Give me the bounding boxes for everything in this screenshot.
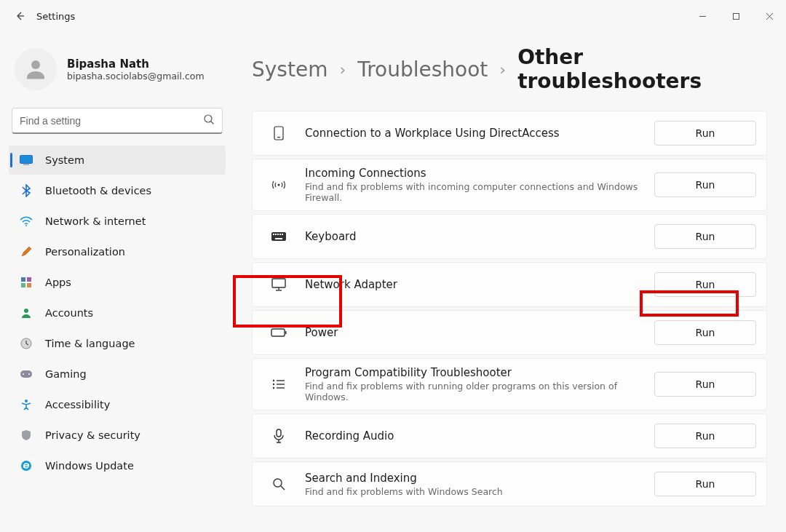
svg-point-23 — [278, 184, 280, 186]
run-button[interactable]: Run — [654, 424, 756, 448]
svg-rect-35 — [285, 331, 287, 334]
sidebar-item-label: Accessibility — [45, 399, 110, 410]
breadcrumb-current: Other troubleshooters — [517, 45, 767, 93]
svg-point-17 — [23, 373, 24, 375]
breadcrumb: System › Troubleshoot › Other troublesho… — [252, 45, 767, 93]
breadcrumb-mid[interactable]: Troubleshoot — [357, 57, 488, 82]
window-controls — [686, 4, 786, 28]
card-title: Keyboard — [305, 230, 654, 243]
run-button[interactable]: Run — [654, 172, 756, 197]
run-button[interactable]: Run — [654, 121, 756, 146]
app-body: Bipasha Nath bipasha.sociolabs@gmail.com… — [0, 32, 786, 532]
troubleshooter-recording-audio: Recording Audio Run — [252, 413, 767, 458]
svg-rect-26 — [275, 234, 277, 235]
run-button[interactable]: Run — [654, 372, 756, 397]
sidebar-item-label: Apps — [45, 277, 71, 288]
troubleshooter-list: Connection to a Workplace Using DirectAc… — [252, 111, 767, 507]
svg-point-36 — [273, 380, 274, 381]
sidebar-item-privacy[interactable]: Privacy & security — [9, 421, 226, 450]
search-input[interactable] — [20, 115, 203, 127]
monitor-icon — [269, 274, 289, 295]
svg-rect-29 — [282, 234, 283, 235]
sidebar-item-apps[interactable]: Apps — [9, 268, 226, 297]
apps-icon — [19, 275, 33, 290]
battery-icon — [269, 322, 289, 343]
sidebar-item-gaming[interactable]: Gaming — [9, 360, 226, 389]
run-button[interactable]: Run — [654, 272, 756, 297]
troubleshooter-compatibility: Program Compatibility Troubleshooter Fin… — [252, 358, 767, 410]
sidebar-item-accounts[interactable]: Accounts — [9, 298, 226, 327]
sidebar-item-network[interactable]: Network & internet — [9, 207, 226, 236]
svg-rect-12 — [21, 283, 25, 287]
svg-rect-34 — [271, 329, 285, 336]
troubleshooter-keyboard: Keyboard Run — [252, 214, 767, 259]
sidebar-item-time[interactable]: Time & language — [9, 329, 226, 358]
sidebar-item-label: Time & language — [45, 338, 135, 349]
run-button[interactable]: Run — [654, 224, 756, 249]
avatar — [15, 48, 57, 90]
troubleshooter-network-adapter: Network Adapter Run — [252, 262, 767, 307]
nav-list: System Bluetooth & devices Network & int… — [9, 146, 226, 480]
svg-rect-22 — [277, 137, 280, 138]
sidebar-item-personalization[interactable]: Personalization — [9, 237, 226, 266]
maximize-button[interactable] — [719, 4, 753, 28]
chevron-right-icon: › — [499, 60, 506, 79]
svg-rect-10 — [21, 277, 25, 282]
accessibility-icon — [19, 397, 33, 412]
bluetooth-icon — [19, 183, 33, 198]
sidebar-item-label: Windows Update — [45, 460, 134, 472]
svg-rect-31 — [272, 279, 285, 287]
search-icon — [269, 474, 289, 494]
sidebar-item-label: Personalization — [45, 246, 125, 258]
microphone-icon — [269, 426, 289, 446]
svg-rect-16 — [20, 370, 32, 378]
svg-rect-1 — [733, 13, 739, 19]
back-button[interactable] — [7, 4, 32, 28]
antenna-icon — [269, 175, 289, 195]
troubleshooter-directaccess: Connection to a Workplace Using DirectAc… — [252, 111, 767, 156]
card-subtitle: Find and fix problems with incoming comp… — [305, 181, 654, 203]
svg-line-44 — [281, 486, 285, 490]
profile-name: Bipasha Nath — [67, 57, 205, 71]
svg-point-14 — [24, 309, 28, 313]
profile-block[interactable]: Bipasha Nath bipasha.sociolabs@gmail.com — [9, 41, 226, 103]
sidebar-item-bluetooth[interactable]: Bluetooth & devices — [9, 176, 226, 205]
svg-point-5 — [205, 115, 212, 122]
sidebar-item-label: Gaming — [45, 368, 87, 380]
briefcase-icon — [269, 123, 289, 143]
svg-rect-27 — [277, 234, 279, 235]
svg-point-18 — [28, 373, 30, 375]
sidebar-item-update[interactable]: Windows Update — [9, 451, 226, 480]
update-icon — [19, 458, 33, 473]
sidebar-item-accessibility[interactable]: Accessibility — [9, 390, 226, 419]
svg-line-6 — [211, 122, 214, 124]
run-button[interactable]: Run — [654, 320, 756, 345]
brush-icon — [19, 245, 33, 259]
sidebar-item-label: Bluetooth & devices — [45, 185, 151, 196]
sidebar-item-system[interactable]: System — [9, 146, 226, 175]
shield-icon — [19, 428, 33, 442]
close-button[interactable] — [753, 4, 786, 28]
svg-point-4 — [31, 60, 40, 69]
svg-point-43 — [274, 479, 282, 487]
card-title: Network Adapter — [305, 278, 654, 291]
person-icon — [19, 306, 33, 320]
sidebar-item-label: Privacy & security — [45, 429, 140, 441]
breadcrumb-root[interactable]: System — [252, 57, 328, 82]
troubleshooter-search-indexing: Search and Indexing Find and fix problem… — [252, 461, 767, 507]
svg-rect-28 — [279, 234, 281, 235]
card-subtitle: Find and fix problems with running older… — [305, 381, 654, 402]
card-title: Connection to a Workplace Using DirectAc… — [305, 127, 654, 140]
system-icon — [19, 153, 33, 167]
main-content: System › Troubleshoot › Other troublesho… — [233, 32, 786, 532]
run-button[interactable]: Run — [654, 472, 756, 496]
svg-rect-30 — [275, 238, 282, 239]
svg-rect-13 — [27, 283, 31, 287]
svg-point-19 — [25, 400, 28, 402]
troubleshooter-incoming: Incoming Connections Find and fix proble… — [252, 159, 767, 211]
svg-rect-24 — [271, 232, 286, 241]
svg-rect-7 — [20, 156, 33, 164]
minimize-button[interactable] — [686, 4, 719, 28]
search-box[interactable] — [12, 108, 223, 134]
svg-rect-21 — [274, 127, 283, 140]
